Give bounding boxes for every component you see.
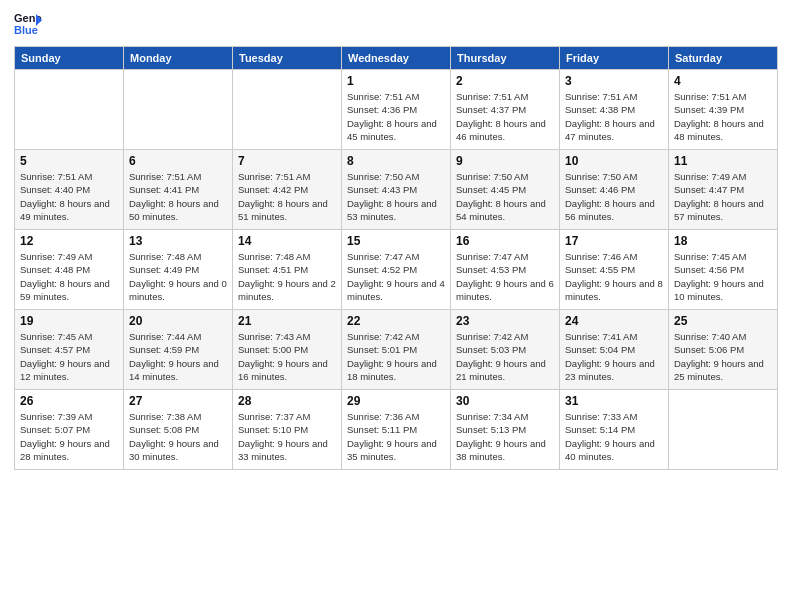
day-number: 8 (347, 154, 445, 168)
day-number: 26 (20, 394, 118, 408)
calendar-day-28: 28Sunrise: 7:37 AM Sunset: 5:10 PM Dayli… (233, 390, 342, 470)
day-number: 17 (565, 234, 663, 248)
calendar-day-1: 1Sunrise: 7:51 AM Sunset: 4:36 PM Daylig… (342, 70, 451, 150)
calendar-week-row: 1Sunrise: 7:51 AM Sunset: 4:36 PM Daylig… (15, 70, 778, 150)
day-info: Sunrise: 7:51 AM Sunset: 4:37 PM Dayligh… (456, 90, 554, 143)
calendar-day-17: 17Sunrise: 7:46 AM Sunset: 4:55 PM Dayli… (560, 230, 669, 310)
day-info: Sunrise: 7:40 AM Sunset: 5:06 PM Dayligh… (674, 330, 772, 383)
day-number: 1 (347, 74, 445, 88)
calendar-week-row: 5Sunrise: 7:51 AM Sunset: 4:40 PM Daylig… (15, 150, 778, 230)
day-info: Sunrise: 7:45 AM Sunset: 4:56 PM Dayligh… (674, 250, 772, 303)
day-info: Sunrise: 7:47 AM Sunset: 4:53 PM Dayligh… (456, 250, 554, 303)
day-number: 4 (674, 74, 772, 88)
day-number: 18 (674, 234, 772, 248)
day-info: Sunrise: 7:46 AM Sunset: 4:55 PM Dayligh… (565, 250, 663, 303)
day-number: 14 (238, 234, 336, 248)
day-number: 5 (20, 154, 118, 168)
empty-cell (124, 70, 233, 150)
weekday-header-saturday: Saturday (669, 47, 778, 70)
day-number: 6 (129, 154, 227, 168)
day-info: Sunrise: 7:50 AM Sunset: 4:46 PM Dayligh… (565, 170, 663, 223)
calendar-day-24: 24Sunrise: 7:41 AM Sunset: 5:04 PM Dayli… (560, 310, 669, 390)
calendar-day-3: 3Sunrise: 7:51 AM Sunset: 4:38 PM Daylig… (560, 70, 669, 150)
day-info: Sunrise: 7:48 AM Sunset: 4:49 PM Dayligh… (129, 250, 227, 303)
weekday-header-sunday: Sunday (15, 47, 124, 70)
day-info: Sunrise: 7:39 AM Sunset: 5:07 PM Dayligh… (20, 410, 118, 463)
calendar-day-29: 29Sunrise: 7:36 AM Sunset: 5:11 PM Dayli… (342, 390, 451, 470)
day-info: Sunrise: 7:37 AM Sunset: 5:10 PM Dayligh… (238, 410, 336, 463)
calendar-day-20: 20Sunrise: 7:44 AM Sunset: 4:59 PM Dayli… (124, 310, 233, 390)
calendar-day-23: 23Sunrise: 7:42 AM Sunset: 5:03 PM Dayli… (451, 310, 560, 390)
day-number: 20 (129, 314, 227, 328)
calendar-week-row: 12Sunrise: 7:49 AM Sunset: 4:48 PM Dayli… (15, 230, 778, 310)
calendar-week-row: 26Sunrise: 7:39 AM Sunset: 5:07 PM Dayli… (15, 390, 778, 470)
day-info: Sunrise: 7:36 AM Sunset: 5:11 PM Dayligh… (347, 410, 445, 463)
calendar-day-7: 7Sunrise: 7:51 AM Sunset: 4:42 PM Daylig… (233, 150, 342, 230)
calendar-day-14: 14Sunrise: 7:48 AM Sunset: 4:51 PM Dayli… (233, 230, 342, 310)
calendar-day-26: 26Sunrise: 7:39 AM Sunset: 5:07 PM Dayli… (15, 390, 124, 470)
empty-cell (233, 70, 342, 150)
calendar-day-2: 2Sunrise: 7:51 AM Sunset: 4:37 PM Daylig… (451, 70, 560, 150)
day-info: Sunrise: 7:51 AM Sunset: 4:38 PM Dayligh… (565, 90, 663, 143)
calendar-day-10: 10Sunrise: 7:50 AM Sunset: 4:46 PM Dayli… (560, 150, 669, 230)
calendar-day-5: 5Sunrise: 7:51 AM Sunset: 4:40 PM Daylig… (15, 150, 124, 230)
weekday-header-thursday: Thursday (451, 47, 560, 70)
day-number: 22 (347, 314, 445, 328)
day-number: 7 (238, 154, 336, 168)
day-number: 12 (20, 234, 118, 248)
day-info: Sunrise: 7:42 AM Sunset: 5:01 PM Dayligh… (347, 330, 445, 383)
weekday-header-friday: Friday (560, 47, 669, 70)
calendar-day-4: 4Sunrise: 7:51 AM Sunset: 4:39 PM Daylig… (669, 70, 778, 150)
empty-cell (15, 70, 124, 150)
calendar-day-18: 18Sunrise: 7:45 AM Sunset: 4:56 PM Dayli… (669, 230, 778, 310)
day-number: 28 (238, 394, 336, 408)
calendar-day-8: 8Sunrise: 7:50 AM Sunset: 4:43 PM Daylig… (342, 150, 451, 230)
day-number: 23 (456, 314, 554, 328)
day-info: Sunrise: 7:33 AM Sunset: 5:14 PM Dayligh… (565, 410, 663, 463)
day-info: Sunrise: 7:43 AM Sunset: 5:00 PM Dayligh… (238, 330, 336, 383)
day-number: 24 (565, 314, 663, 328)
day-number: 29 (347, 394, 445, 408)
day-number: 27 (129, 394, 227, 408)
weekday-header-wednesday: Wednesday (342, 47, 451, 70)
day-info: Sunrise: 7:48 AM Sunset: 4:51 PM Dayligh… (238, 250, 336, 303)
calendar-day-31: 31Sunrise: 7:33 AM Sunset: 5:14 PM Dayli… (560, 390, 669, 470)
day-number: 9 (456, 154, 554, 168)
calendar-day-15: 15Sunrise: 7:47 AM Sunset: 4:52 PM Dayli… (342, 230, 451, 310)
logo-icon: General Blue (14, 10, 42, 38)
logo: General Blue (14, 10, 42, 38)
day-number: 13 (129, 234, 227, 248)
day-info: Sunrise: 7:49 AM Sunset: 4:48 PM Dayligh… (20, 250, 118, 303)
day-number: 15 (347, 234, 445, 248)
header: General Blue (14, 10, 778, 38)
day-number: 16 (456, 234, 554, 248)
day-info: Sunrise: 7:50 AM Sunset: 4:45 PM Dayligh… (456, 170, 554, 223)
svg-text:Blue: Blue (14, 24, 38, 36)
day-info: Sunrise: 7:51 AM Sunset: 4:42 PM Dayligh… (238, 170, 336, 223)
calendar-day-30: 30Sunrise: 7:34 AM Sunset: 5:13 PM Dayli… (451, 390, 560, 470)
calendar-day-13: 13Sunrise: 7:48 AM Sunset: 4:49 PM Dayli… (124, 230, 233, 310)
calendar-day-19: 19Sunrise: 7:45 AM Sunset: 4:57 PM Dayli… (15, 310, 124, 390)
page-container: General Blue SundayMondayTuesdayWednesda… (0, 0, 792, 612)
empty-cell (669, 390, 778, 470)
day-number: 10 (565, 154, 663, 168)
calendar-day-12: 12Sunrise: 7:49 AM Sunset: 4:48 PM Dayli… (15, 230, 124, 310)
day-number: 11 (674, 154, 772, 168)
calendar-day-16: 16Sunrise: 7:47 AM Sunset: 4:53 PM Dayli… (451, 230, 560, 310)
day-info: Sunrise: 7:34 AM Sunset: 5:13 PM Dayligh… (456, 410, 554, 463)
weekday-header-tuesday: Tuesday (233, 47, 342, 70)
day-info: Sunrise: 7:51 AM Sunset: 4:39 PM Dayligh… (674, 90, 772, 143)
day-info: Sunrise: 7:49 AM Sunset: 4:47 PM Dayligh… (674, 170, 772, 223)
day-info: Sunrise: 7:51 AM Sunset: 4:41 PM Dayligh… (129, 170, 227, 223)
day-info: Sunrise: 7:45 AM Sunset: 4:57 PM Dayligh… (20, 330, 118, 383)
calendar-day-21: 21Sunrise: 7:43 AM Sunset: 5:00 PM Dayli… (233, 310, 342, 390)
day-info: Sunrise: 7:51 AM Sunset: 4:40 PM Dayligh… (20, 170, 118, 223)
day-info: Sunrise: 7:50 AM Sunset: 4:43 PM Dayligh… (347, 170, 445, 223)
calendar-day-25: 25Sunrise: 7:40 AM Sunset: 5:06 PM Dayli… (669, 310, 778, 390)
day-number: 25 (674, 314, 772, 328)
calendar-day-9: 9Sunrise: 7:50 AM Sunset: 4:45 PM Daylig… (451, 150, 560, 230)
day-number: 30 (456, 394, 554, 408)
day-info: Sunrise: 7:38 AM Sunset: 5:08 PM Dayligh… (129, 410, 227, 463)
day-number: 31 (565, 394, 663, 408)
day-info: Sunrise: 7:51 AM Sunset: 4:36 PM Dayligh… (347, 90, 445, 143)
